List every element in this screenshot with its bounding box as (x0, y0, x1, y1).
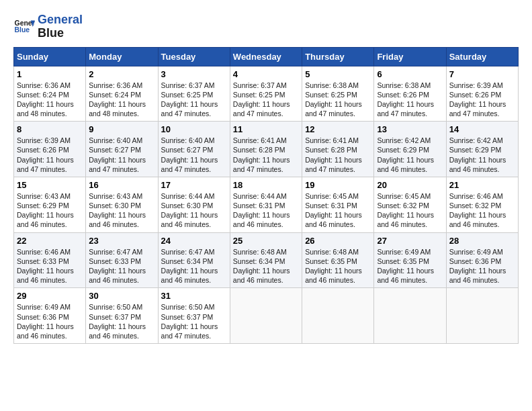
day-number: 29 (17, 291, 83, 301)
day-info: Sunrise: 6:37 AMSunset: 6:25 PMDaylight:… (161, 81, 227, 119)
calendar-cell: 7Sunrise: 6:39 AMSunset: 6:26 PMDaylight… (446, 66, 518, 122)
calendar-cell: 25Sunrise: 6:48 AMSunset: 6:34 PMDayligh… (230, 232, 302, 288)
calendar-cell: 28Sunrise: 6:49 AMSunset: 6:36 PMDayligh… (446, 232, 518, 288)
day-info: Sunrise: 6:40 AMSunset: 6:27 PMDaylight:… (161, 136, 227, 174)
calendar-cell: 15Sunrise: 6:43 AMSunset: 6:29 PMDayligh… (14, 177, 86, 232)
day-number: 13 (377, 124, 443, 134)
day-header-friday: Friday (374, 47, 446, 66)
logo: General Blue GeneralBlue (13, 13, 83, 40)
day-info: Sunrise: 6:38 AMSunset: 6:25 PMDaylight:… (305, 81, 371, 119)
day-info: Sunrise: 6:48 AMSunset: 6:35 PMDaylight:… (305, 247, 371, 285)
day-info: Sunrise: 6:39 AMSunset: 6:26 PMDaylight:… (17, 136, 83, 174)
day-number: 7 (449, 69, 515, 79)
day-info: Sunrise: 6:41 AMSunset: 6:28 PMDaylight:… (233, 136, 299, 174)
calendar-week-1: 1Sunrise: 6:36 AMSunset: 6:24 PMDaylight… (14, 66, 519, 122)
calendar-cell: 29Sunrise: 6:49 AMSunset: 6:36 PMDayligh… (14, 288, 86, 344)
page-header: General Blue GeneralBlue (13, 13, 519, 40)
calendar-cell: 23Sunrise: 6:47 AMSunset: 6:33 PMDayligh… (86, 232, 158, 288)
day-info: Sunrise: 6:43 AMSunset: 6:30 PMDaylight:… (89, 191, 154, 230)
svg-text:Blue: Blue (15, 26, 30, 34)
calendar-week-2: 8Sunrise: 6:39 AMSunset: 6:26 PMDaylight… (14, 122, 519, 177)
day-number: 8 (17, 124, 83, 134)
day-info: Sunrise: 6:45 AMSunset: 6:31 PMDaylight:… (305, 191, 371, 230)
day-number: 30 (89, 291, 154, 301)
calendar-cell: 4Sunrise: 6:37 AMSunset: 6:25 PMDaylight… (230, 66, 302, 122)
calendar-cell: 5Sunrise: 6:38 AMSunset: 6:25 PMDaylight… (302, 66, 374, 122)
day-header-saturday: Saturday (446, 47, 518, 66)
calendar-cell: 6Sunrise: 6:38 AMSunset: 6:26 PMDaylight… (374, 66, 446, 122)
day-info: Sunrise: 6:41 AMSunset: 6:28 PMDaylight:… (305, 136, 371, 174)
calendar-week-4: 22Sunrise: 6:46 AMSunset: 6:33 PMDayligh… (14, 232, 519, 288)
day-number: 1 (17, 69, 83, 79)
day-info: Sunrise: 6:50 AMSunset: 6:37 PMDaylight:… (89, 302, 154, 340)
calendar-cell: 20Sunrise: 6:45 AMSunset: 6:32 PMDayligh… (374, 177, 446, 232)
day-number: 23 (89, 236, 154, 246)
calendar-cell: 10Sunrise: 6:40 AMSunset: 6:27 PMDayligh… (158, 122, 230, 177)
day-number: 24 (161, 236, 227, 246)
day-number: 25 (233, 236, 299, 246)
day-number: 31 (161, 291, 227, 301)
calendar-cell: 1Sunrise: 6:36 AMSunset: 6:24 PMDaylight… (14, 66, 86, 122)
day-info: Sunrise: 6:49 AMSunset: 6:35 PMDaylight:… (377, 247, 443, 285)
day-info: Sunrise: 6:38 AMSunset: 6:26 PMDaylight:… (377, 81, 443, 119)
day-info: Sunrise: 6:44 AMSunset: 6:31 PMDaylight:… (233, 191, 299, 230)
day-info: Sunrise: 6:50 AMSunset: 6:37 PMDaylight:… (161, 302, 227, 340)
day-info: Sunrise: 6:49 AMSunset: 6:36 PMDaylight:… (449, 247, 515, 285)
calendar-cell: 16Sunrise: 6:43 AMSunset: 6:30 PMDayligh… (86, 177, 158, 232)
day-number: 2 (89, 69, 154, 79)
calendar-cell: 31Sunrise: 6:50 AMSunset: 6:37 PMDayligh… (158, 288, 230, 344)
calendar-cell: 19Sunrise: 6:45 AMSunset: 6:31 PMDayligh… (302, 177, 374, 232)
calendar-cell: 30Sunrise: 6:50 AMSunset: 6:37 PMDayligh… (86, 288, 158, 344)
calendar-cell: 26Sunrise: 6:48 AMSunset: 6:35 PMDayligh… (302, 232, 374, 288)
day-info: Sunrise: 6:46 AMSunset: 6:32 PMDaylight:… (449, 191, 515, 230)
calendar-cell: 2Sunrise: 6:36 AMSunset: 6:24 PMDaylight… (86, 66, 158, 122)
calendar-cell (302, 288, 374, 344)
day-number: 19 (305, 180, 371, 190)
logo-text: GeneralBlue (38, 13, 83, 40)
logo-icon: General Blue (13, 16, 35, 38)
day-info: Sunrise: 6:39 AMSunset: 6:26 PMDaylight:… (449, 81, 515, 119)
day-number: 22 (17, 236, 83, 246)
day-number: 28 (449, 236, 515, 246)
day-info: Sunrise: 6:45 AMSunset: 6:32 PMDaylight:… (377, 191, 443, 230)
calendar-cell: 17Sunrise: 6:44 AMSunset: 6:30 PMDayligh… (158, 177, 230, 232)
calendar-header-row: SundayMondayTuesdayWednesdayThursdayFrid… (14, 47, 519, 66)
calendar-cell (374, 288, 446, 344)
day-info: Sunrise: 6:42 AMSunset: 6:29 PMDaylight:… (449, 136, 515, 174)
day-info: Sunrise: 6:44 AMSunset: 6:30 PMDaylight:… (161, 191, 227, 230)
day-number: 14 (449, 124, 515, 134)
calendar-cell: 18Sunrise: 6:44 AMSunset: 6:31 PMDayligh… (230, 177, 302, 232)
day-number: 21 (449, 180, 515, 190)
day-number: 3 (161, 69, 227, 79)
calendar-cell: 12Sunrise: 6:41 AMSunset: 6:28 PMDayligh… (302, 122, 374, 177)
day-number: 6 (377, 69, 443, 79)
day-header-sunday: Sunday (14, 47, 86, 66)
day-info: Sunrise: 6:42 AMSunset: 6:29 PMDaylight:… (377, 136, 443, 174)
day-number: 17 (161, 180, 227, 190)
day-number: 9 (89, 124, 154, 134)
day-header-monday: Monday (86, 47, 158, 66)
calendar-cell: 22Sunrise: 6:46 AMSunset: 6:33 PMDayligh… (14, 232, 86, 288)
calendar-cell: 3Sunrise: 6:37 AMSunset: 6:25 PMDaylight… (158, 66, 230, 122)
day-info: Sunrise: 6:36 AMSunset: 6:24 PMDaylight:… (17, 81, 83, 119)
calendar-cell: 11Sunrise: 6:41 AMSunset: 6:28 PMDayligh… (230, 122, 302, 177)
day-number: 5 (305, 69, 371, 79)
day-info: Sunrise: 6:48 AMSunset: 6:34 PMDaylight:… (233, 247, 299, 285)
day-number: 26 (305, 236, 371, 246)
day-number: 11 (233, 124, 299, 134)
day-number: 4 (233, 69, 299, 79)
calendar-week-3: 15Sunrise: 6:43 AMSunset: 6:29 PMDayligh… (14, 177, 519, 232)
calendar-table: SundayMondayTuesdayWednesdayThursdayFrid… (13, 47, 519, 344)
calendar-cell: 13Sunrise: 6:42 AMSunset: 6:29 PMDayligh… (374, 122, 446, 177)
day-info: Sunrise: 6:49 AMSunset: 6:36 PMDaylight:… (17, 302, 83, 340)
calendar-cell (446, 288, 518, 344)
day-header-tuesday: Tuesday (158, 47, 230, 66)
day-info: Sunrise: 6:37 AMSunset: 6:25 PMDaylight:… (233, 81, 299, 119)
day-info: Sunrise: 6:36 AMSunset: 6:24 PMDaylight:… (89, 81, 154, 119)
day-info: Sunrise: 6:40 AMSunset: 6:27 PMDaylight:… (89, 136, 154, 174)
day-info: Sunrise: 6:47 AMSunset: 6:33 PMDaylight:… (89, 247, 154, 285)
day-number: 20 (377, 180, 443, 190)
calendar-cell: 24Sunrise: 6:47 AMSunset: 6:34 PMDayligh… (158, 232, 230, 288)
calendar-cell: 21Sunrise: 6:46 AMSunset: 6:32 PMDayligh… (446, 177, 518, 232)
calendar-cell (230, 288, 302, 344)
